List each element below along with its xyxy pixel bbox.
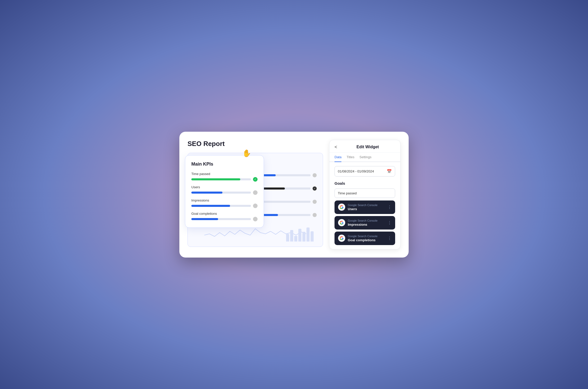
kpi-item-users: Users — [191, 185, 258, 195]
goal-info-users: Google Search Console Users — [348, 204, 385, 211]
kpi-item-goal-completions: Goal completions — [191, 212, 258, 221]
edit-widget-header: < Edit Widget — [329, 140, 400, 153]
kpi-check-users — [253, 190, 258, 195]
cursor-hand-icon: ✋ — [242, 149, 251, 157]
kpi-label-time-passed: Time passed — [191, 172, 258, 176]
tab-settings[interactable]: Settings — [359, 153, 371, 162]
kpi-bar-row-impressions — [191, 204, 258, 208]
goal-menu-impressions[interactable]: ⋮ — [387, 220, 392, 225]
goal-source-impressions: Google Search Console — [348, 219, 385, 222]
kpi-fill-users — [191, 192, 222, 194]
goals-search-input[interactable] — [335, 189, 395, 198]
google-icon-goal-completions — [338, 235, 345, 242]
tab-data[interactable]: Data — [335, 153, 341, 162]
kpi-item-time-passed: Time passed ✓ — [191, 172, 258, 182]
main-kpis-card: Main KPIs Time passed ✓ Users — [185, 155, 264, 228]
calendar-icon: 📅 — [387, 169, 392, 174]
edit-widget-tabs: Data Titles Settings — [329, 153, 400, 162]
edit-widget-title: Edit Widget — [340, 145, 395, 149]
kpi-check-time-passed: ✓ — [253, 177, 258, 182]
kpi-label-users: Users — [191, 185, 258, 189]
kpi-track-goal-completions — [191, 218, 251, 220]
goal-menu-goal-completions[interactable]: ⋮ — [387, 236, 392, 241]
back-button[interactable]: < — [335, 145, 337, 149]
goal-info-goal-completions: Google Search Console Goal completions — [348, 235, 385, 242]
kpi-bar-row-time-passed: ✓ — [191, 177, 258, 182]
date-range-text: 01/08/2024 - 01/09/2024 — [338, 169, 385, 173]
kpi-fill-impressions — [191, 205, 230, 207]
seo-report-title: SEO Report — [188, 140, 323, 148]
kpi-check-impressions — [253, 204, 258, 208]
goal-item-impressions[interactable]: Google Search Console Impressions ⋮ — [335, 216, 395, 230]
goal-menu-users[interactable]: ⋮ — [387, 205, 392, 210]
kpi-bar-row-goal-completions — [191, 217, 258, 221]
edit-widget-content: 01/08/2024 - 01/09/2024 📅 Goals — [329, 162, 400, 249]
google-icon-users — [338, 204, 345, 211]
goal-name-users: Users — [348, 207, 385, 211]
activity-check-keywords — [313, 213, 317, 217]
kpi-check-goal-completions — [253, 217, 258, 221]
main-kpis-title: Main KPIs — [191, 162, 258, 167]
google-icon-impressions — [338, 219, 345, 226]
goal-item-goal-completions[interactable]: Google Search Console Goal completions ⋮ — [335, 232, 395, 245]
kpi-track-users — [191, 192, 251, 194]
goal-source-users: Google Search Console — [348, 204, 385, 207]
kpi-fill-time-passed — [191, 178, 240, 180]
kpi-items: Time passed ✓ Users — [191, 172, 258, 221]
left-panel: SEO Report Activity Time passed Organic … — [188, 140, 323, 249]
kpi-fill-goal-completions — [191, 218, 218, 220]
goal-info-impressions: Google Search Console Impressions — [348, 219, 385, 226]
date-range-picker[interactable]: 01/08/2024 - 01/09/2024 📅 — [335, 166, 395, 177]
goals-list: Google Search Console Users ⋮ — [335, 200, 395, 245]
main-container: SEO Report Activity Time passed Organic … — [179, 132, 409, 258]
goal-name-goal-completions: Goal completions — [348, 238, 385, 242]
activity-check-backlinks — [313, 200, 317, 204]
kpi-item-impressions: Impressions — [191, 198, 258, 208]
goals-label: Goals — [335, 181, 395, 185]
kpi-bar-row-users — [191, 190, 258, 195]
kpi-label-impressions: Impressions — [191, 198, 258, 202]
goal-item-users[interactable]: Google Search Console Users ⋮ — [335, 200, 395, 214]
activity-check-time-passed — [313, 173, 317, 177]
kpi-label-goal-completions: Goal completions — [191, 212, 258, 216]
edit-widget-panel: < Edit Widget Data Titles Settings 01/08… — [329, 140, 400, 249]
kpi-track-time-passed — [191, 178, 251, 180]
tab-titles[interactable]: Titles — [346, 153, 354, 162]
goal-name-impressions: Impressions — [348, 223, 385, 226]
activity-check-organic-session: ✓ — [313, 186, 317, 191]
goal-source-goal-completions: Google Search Console — [348, 235, 385, 238]
kpi-track-impressions — [191, 205, 251, 207]
